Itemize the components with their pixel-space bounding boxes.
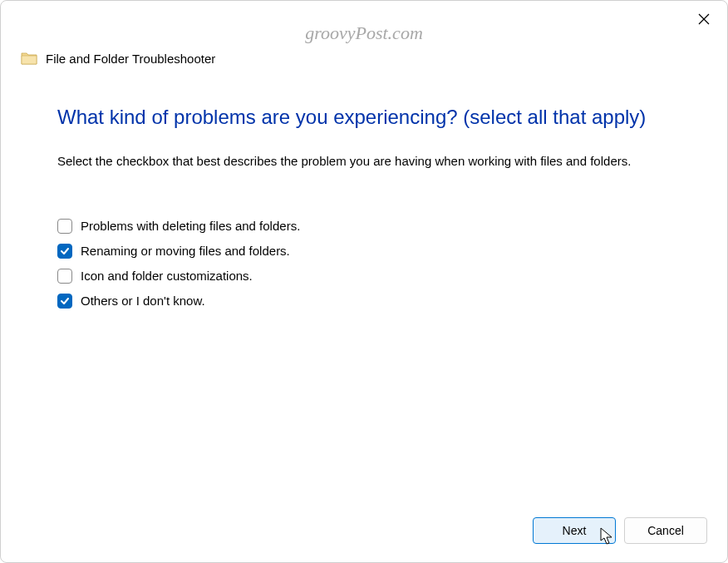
option-others[interactable]: Others or I don't know. (57, 294, 671, 309)
checkbox[interactable] (57, 219, 72, 234)
close-icon (698, 13, 710, 25)
question-heading: What kind of problems are you experienci… (57, 106, 671, 129)
dialog-title: File and Folder Troubleshooter (46, 52, 215, 66)
option-label: Icon and folder customizations. (81, 269, 253, 283)
dialog-content: What kind of problems are you experienci… (1, 66, 727, 502)
checkbox[interactable] (57, 244, 72, 259)
option-label: Problems with deleting files and folders… (81, 219, 300, 233)
folder-icon (21, 51, 37, 66)
option-icon-customization[interactable]: Icon and folder customizations. (57, 269, 671, 284)
cancel-button[interactable]: Cancel (624, 517, 707, 544)
close-button[interactable] (696, 11, 712, 27)
checkbox[interactable] (57, 294, 72, 309)
option-label: Others or I don't know. (81, 294, 205, 308)
dialog-header: File and Folder Troubleshooter (1, 1, 727, 66)
options-list: Problems with deleting files and folders… (57, 219, 671, 309)
option-delete-problems[interactable]: Problems with deleting files and folders… (57, 219, 671, 234)
checkbox[interactable] (57, 269, 72, 284)
dialog-footer: Next Cancel (1, 502, 727, 562)
description-text: Select the checkbox that best describes … (57, 152, 671, 170)
troubleshooter-dialog: groovyPost.com File and Folder Troublesh… (0, 0, 728, 563)
option-label: Renaming or moving files and folders. (81, 244, 290, 258)
next-button[interactable]: Next (533, 517, 616, 544)
option-rename-move[interactable]: Renaming or moving files and folders. (57, 244, 671, 259)
